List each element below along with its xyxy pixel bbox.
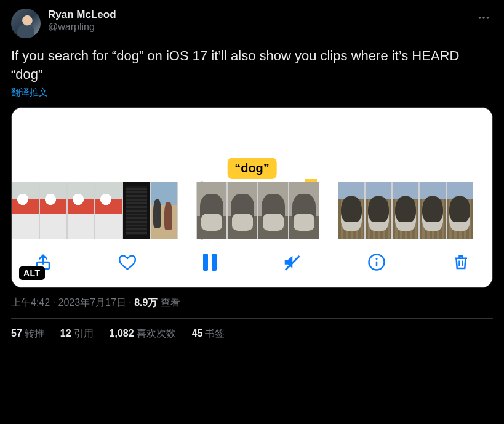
video-thumb (338, 182, 365, 239)
post-time[interactable]: 上午4:42 (11, 297, 50, 308)
video-toolbar (12, 239, 492, 287)
video-thumb (227, 182, 258, 239)
video-thumb (39, 182, 67, 239)
views-count: 8.9万 (134, 297, 158, 308)
post-date[interactable]: 2023年7月17日 (58, 297, 126, 308)
video-thumb (95, 182, 122, 239)
info-button[interactable] (367, 253, 386, 271)
clip-gap (319, 182, 338, 239)
video-thumb (67, 182, 95, 239)
more-menu-icon[interactable] (474, 9, 493, 30)
bookmarks-stat[interactable]: 45书签 (192, 327, 225, 340)
pause-icon (203, 254, 217, 271)
video-thumb (289, 182, 319, 239)
avatar[interactable] (11, 9, 41, 38)
video-thumb (12, 182, 39, 239)
svg-point-0 (479, 17, 481, 19)
clip-group-1 (12, 182, 178, 239)
svg-point-7 (375, 258, 377, 260)
video-thumb (150, 182, 178, 239)
tweet-container: Ryan McLeod @warpling If you search for … (0, 0, 504, 350)
author-handle: @warpling (48, 21, 467, 33)
video-thumb (122, 182, 150, 239)
clip-group-3 (338, 182, 473, 239)
video-timeline-strip[interactable] (12, 182, 492, 239)
video-thumb (392, 182, 419, 239)
video-thumb (446, 182, 473, 239)
video-thumb (196, 182, 227, 239)
views-label: 查看 (161, 297, 180, 308)
svg-point-1 (482, 17, 485, 19)
mute-button[interactable] (282, 253, 301, 271)
video-thumb (365, 182, 392, 239)
like-button[interactable] (118, 253, 137, 271)
svg-point-2 (487, 17, 489, 19)
alt-badge[interactable]: ALT (19, 266, 45, 280)
translate-link[interactable]: 翻译推文 (11, 87, 48, 98)
search-term-bubble: “dog” (227, 158, 277, 179)
tweet-header: Ryan McLeod @warpling (11, 9, 493, 38)
quotes-stat[interactable]: 12引用 (60, 327, 94, 340)
tweet-meta: 上午4:42 · 2023年7月17日 · 8.9万 查看 (11, 297, 493, 319)
likes-stat[interactable]: 1,082喜欢次数 (110, 327, 176, 340)
author-display-name: Ryan McLeod (48, 9, 467, 21)
author-block[interactable]: Ryan McLeod @warpling (48, 9, 467, 33)
retweets-stat[interactable]: 57转推 (11, 327, 44, 340)
pause-button[interactable] (203, 254, 217, 271)
clip-gap (178, 182, 196, 239)
video-thumb (258, 182, 289, 239)
trash-button[interactable] (452, 253, 470, 271)
tweet-text: If you search for “dog” on iOS 17 it’ll … (11, 47, 493, 83)
clip-group-2 (196, 182, 319, 239)
media-preview-top: “dog” (12, 108, 492, 182)
engagement-stats: 57转推 12引用 1,082喜欢次数 45书签 (11, 319, 493, 344)
video-thumb (419, 182, 446, 239)
media-attachment[interactable]: “dog” (11, 107, 493, 288)
